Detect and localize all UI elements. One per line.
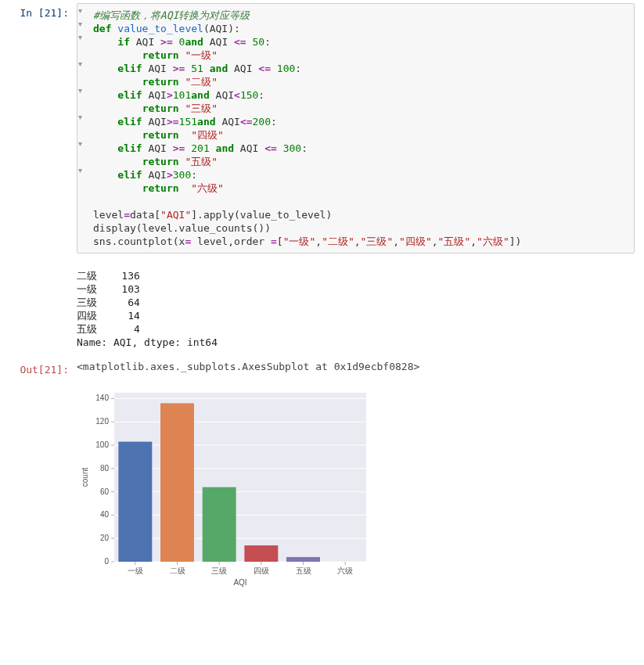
stdout-cell: 二级 136 一级 103 三级 64 四级 14 五级 4 Name: AQI… [0, 257, 644, 352]
figure-cell: 020406080100120140一级二级三级四级五级六级countAQI [0, 380, 644, 591]
repr-output: <matplotlib.axes._subplots.AxesSubplot a… [77, 360, 635, 377]
y-axis-label: count [81, 468, 89, 487]
out-prompt: Out[21]: [0, 360, 77, 377]
y-tick-label: 80 [100, 464, 110, 473]
y-tick-label: 140 [95, 394, 109, 402]
x-tick-label: 二级 [170, 566, 185, 575]
x-tick-label: 三级 [211, 566, 227, 575]
output-cell: Out[21]: <matplotlib.axes._subplots.Axes… [0, 352, 644, 380]
x-axis-label: AQI [233, 578, 246, 587]
y-tick-label: 40 [100, 510, 110, 519]
fold-triangle-icon[interactable]: ▾ [78, 31, 82, 44]
y-tick-label: 120 [95, 417, 109, 426]
y-tick-label: 100 [95, 440, 109, 449]
empty-prompt [0, 269, 77, 349]
fold-triangle-icon[interactable]: ▾ [78, 84, 82, 97]
in-prompt: In [21]: [0, 3, 77, 253]
bar [118, 442, 152, 562]
code-content[interactable]: #编写函数，将AQI转换为对应等级 def value_to_level(AQI… [93, 9, 628, 248]
fold-triangle-icon[interactable]: ▾ [78, 4, 82, 17]
bar [286, 557, 320, 562]
bar [203, 487, 236, 562]
x-tick-label: 一级 [128, 566, 143, 575]
input-cell: In [21]: ▾ ▾ ▾ ▾ ▾ ▾ ▾ ▾ #编写函数，将AQI转换为对应… [0, 0, 644, 257]
x-tick-label: 五级 [296, 566, 311, 575]
fold-triangle-icon[interactable]: ▾ [78, 57, 82, 70]
y-tick-label: 60 [100, 487, 110, 496]
bar [244, 545, 278, 562]
fold-triangle-icon[interactable]: ▾ [78, 110, 82, 124]
code-comment: #编写函数，将AQI转换为对应等级 [93, 9, 250, 21]
fold-triangle-icon[interactable]: ▾ [78, 137, 82, 150]
fold-gutter: ▾ ▾ ▾ ▾ ▾ ▾ ▾ ▾ [77, 4, 88, 253]
y-tick-label: 20 [100, 534, 110, 542]
y-tick-label: 0 [104, 557, 109, 566]
fold-triangle-icon[interactable]: ▾ [78, 164, 82, 177]
countplot-figure: 020406080100120140一级二级三级四级五级六级countAQI [77, 383, 635, 588]
value-counts-output: 二级 136 一级 103 三级 64 四级 14 五级 4 Name: AQI… [77, 269, 635, 349]
empty-prompt [0, 383, 77, 588]
x-tick-label: 六级 [337, 566, 353, 575]
countplot-svg: 020406080100120140一级二级三级四级五级六级countAQI [77, 383, 374, 588]
x-tick-label: 四级 [254, 566, 269, 575]
fold-triangle-icon[interactable]: ▾ [78, 17, 82, 31]
code-editor[interactable]: ▾ ▾ ▾ ▾ ▾ ▾ ▾ ▾ #编写函数，将AQI转换为对应等级 def va… [77, 3, 635, 253]
bar [160, 403, 194, 562]
